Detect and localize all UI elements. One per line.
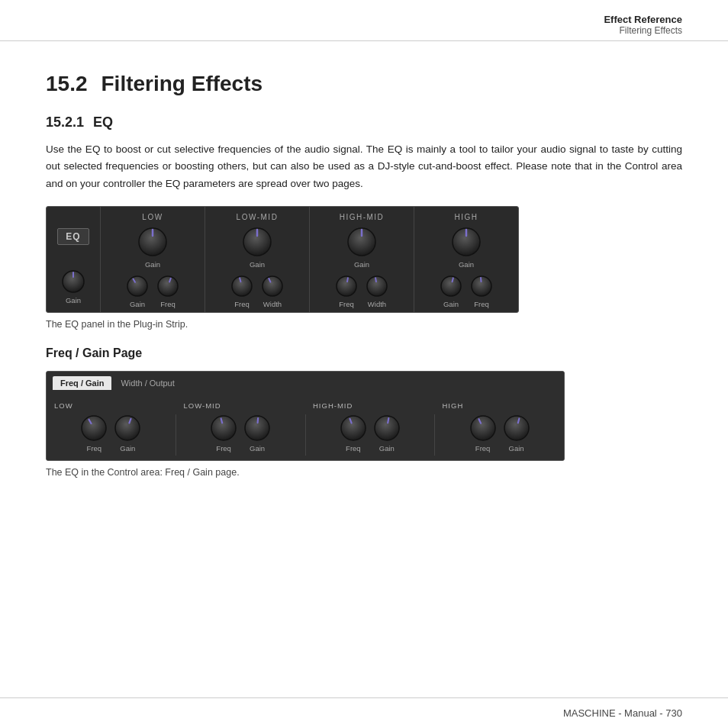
fg-low-gain-label: Gain — [120, 444, 135, 453]
fg-lowmid-freq-knob: Freq — [210, 414, 237, 453]
eq-lowmid-width-knob: Width — [261, 275, 284, 308]
fg-lowmid-freq-label: Freq — [216, 444, 231, 453]
eq-low-gain2-label: Gain — [130, 300, 145, 308]
eq-low-freq-knob: Freq — [156, 275, 179, 308]
fg-lowmid-title: LOW-MID — [184, 401, 221, 410]
fg-highmid-gain-svg — [373, 414, 401, 442]
eq-section-highmid: HIGH-MID Gain — [309, 207, 414, 312]
eq-section-high-title: HIGH — [455, 213, 478, 221]
fg-low-freq-label: Freq — [87, 444, 102, 453]
svg-point-14 — [115, 416, 140, 440]
svg-point-11 — [441, 276, 461, 296]
eq-section-low-title: LOW — [142, 213, 163, 221]
svg-point-2 — [127, 276, 147, 296]
tab-freq-gain[interactable]: Freq / Gain — [53, 376, 111, 390]
eq-label-box: EQ — [57, 228, 89, 245]
eq-low-gain2-knob: Gain — [126, 275, 149, 308]
section-title: Filtering Effects — [101, 72, 263, 95]
eq-high-top-knobs: Gain — [450, 226, 482, 269]
svg-point-17 — [341, 416, 366, 440]
eq-highmid-width-label: Width — [368, 300, 386, 308]
fg-section-labels: LOW LOW-MID HIGH-MID HIGH — [47, 396, 564, 414]
eq-gain-knob-svg — [61, 269, 85, 294]
fg-highmid-label: HIGH-MID — [305, 398, 435, 411]
eq-high-gain2-knob: Gain — [440, 275, 462, 308]
eq-low-gain-svg — [137, 226, 169, 258]
svg-point-19 — [471, 416, 495, 440]
eq-highmid-freq-knob: Freq — [335, 275, 358, 308]
eq-section-lowmid: LOW-MID Gain — [205, 207, 309, 312]
eq-lowmid-top-knobs: Gain — [241, 226, 273, 269]
section-number: 15.2 — [46, 72, 88, 95]
eq-section-high: HIGH Gain — [414, 207, 518, 312]
svg-point-5 — [232, 276, 252, 296]
eq-lowmid-freq-label: Freq — [234, 300, 250, 308]
eq-high-freq-label: Freq — [474, 300, 489, 308]
eq-low-bottom-knobs: Gain Freq — [126, 275, 179, 308]
eq-lowmid-width-label: Width — [263, 300, 282, 308]
eq-panel-caption: The EQ panel in the Plug-in Strip. — [46, 319, 682, 330]
fg-highmid-freq-label: Freq — [346, 444, 361, 453]
fg-low-gain-svg — [114, 414, 141, 442]
svg-point-6 — [263, 276, 282, 296]
fg-low-freq-svg — [80, 414, 108, 442]
fg-high-gain-svg — [503, 414, 530, 442]
eq-lowmid-gain-knob: Gain — [241, 226, 273, 269]
eq-lowmid-width-svg — [261, 275, 284, 298]
fg-highmid-freq-svg — [340, 414, 367, 442]
fg-high-freq-svg — [469, 414, 497, 442]
eq-high-freq-svg — [470, 275, 493, 298]
eq-low-freq-label: Freq — [160, 300, 176, 308]
eq-low-top-knobs: Gain — [137, 226, 169, 269]
svg-point-15 — [211, 416, 236, 440]
fg-low-title: LOW — [54, 401, 73, 410]
fg-lowmid-gain-svg — [243, 414, 271, 442]
fg-highmid-title: HIGH-MID — [313, 401, 353, 410]
page: Effect Reference Filtering Effects 15.2F… — [0, 0, 728, 728]
fg-high-knobs: Freq Gain — [435, 414, 564, 456]
svg-point-8 — [337, 276, 356, 296]
fg-low-freq-knob: Freq — [80, 414, 108, 453]
eq-high-bottom-knobs: Gain Freq — [440, 275, 493, 308]
fg-high-title: HIGH — [443, 401, 464, 410]
eq-highmid-top-knobs: Gain — [346, 226, 378, 269]
fg-high-label: HIGH — [435, 398, 565, 411]
eq-lowmid-gain-svg — [241, 226, 273, 258]
eq-high-gain2-label: Gain — [443, 300, 459, 308]
fg-lowmid-label: LOW-MID — [176, 398, 306, 411]
header-title: Effect Reference — [46, 14, 682, 25]
freq-gain-heading: Freq / Gain Page — [46, 346, 682, 360]
eq-section-lowmid-title: LOW-MID — [237, 213, 279, 221]
fg-lowmid-gain-label: Gain — [250, 444, 265, 453]
eq-lowmid-freq-knob: Freq — [230, 275, 253, 308]
fg-low-gain-knob: Gain — [114, 414, 141, 453]
eq-high-gain-label: Gain — [459, 260, 474, 269]
tab-width-output[interactable]: Width / Output — [113, 376, 182, 390]
eq-low-gain2-svg — [126, 275, 149, 298]
fg-highmid-gain-label: Gain — [379, 444, 395, 453]
eq-highmid-width-knob: Width — [366, 275, 388, 308]
eq-high-gain-svg — [450, 226, 482, 258]
fg-lowmid-freq-svg — [210, 414, 237, 442]
eq-highmid-freq-label: Freq — [339, 300, 354, 308]
eq-low-gain-label: Gain — [145, 260, 160, 269]
eq-highmid-gain-knob: Gain — [346, 226, 378, 269]
eq-gain-knob-container: Gain — [61, 269, 85, 304]
fg-highmid-freq-knob: Freq — [340, 414, 367, 453]
eq-label-column: EQ — [47, 207, 100, 312]
header-subtitle: Filtering Effects — [46, 25, 682, 36]
freq-gain-panel: Freq / Gain Width / Output LOW LOW-MID H… — [46, 371, 565, 461]
fg-low-label: LOW — [47, 398, 176, 411]
subsection-heading: 15.2.1EQ — [46, 114, 682, 130]
freq-gain-tabs: Freq / Gain Width / Output — [47, 372, 564, 390]
eq-highmid-freq-svg — [335, 275, 358, 298]
freq-gain-caption: The EQ in the Control area: Freq / Gain … — [46, 467, 682, 478]
eq-high-freq-knob: Freq — [470, 275, 493, 308]
eq-highmid-bottom-knobs: Freq Width — [335, 275, 388, 308]
eq-low-freq-svg — [156, 275, 179, 298]
subsection-number: 15.2.1 — [46, 114, 84, 130]
eq-highmid-width-svg — [366, 275, 388, 298]
fg-high-gain-label: Gain — [509, 444, 524, 453]
eq-lowmid-gain-label: Gain — [250, 260, 265, 269]
fg-low-knobs: Freq Gain — [47, 414, 176, 456]
